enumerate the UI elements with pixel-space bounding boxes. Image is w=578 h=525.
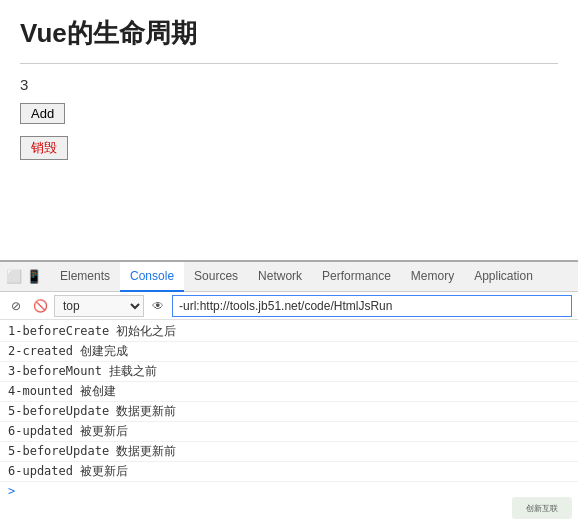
console-line: 2-created 创建完成 <box>0 342 578 362</box>
inspect-icon[interactable]: ⬜ <box>4 267 24 287</box>
devtools-panel: ⬜ 📱 Elements Console Sources Network Per… <box>0 260 578 525</box>
console-line: 1-beforeCreate 初始化之后 <box>0 322 578 342</box>
divider <box>20 63 558 64</box>
counter-value: 3 <box>20 76 558 93</box>
devtools-toolbar-icons: ⬜ 📱 <box>4 267 44 287</box>
tab-console[interactable]: Console <box>120 262 184 292</box>
filter-icon[interactable]: 🚫 <box>30 296 50 316</box>
console-prompt[interactable]: > <box>0 482 578 500</box>
tab-elements[interactable]: Elements <box>50 262 120 292</box>
destroy-button[interactable]: 销毁 <box>20 136 68 160</box>
console-line: 5-beforeUpdate 数据更新前 <box>0 442 578 462</box>
add-button[interactable]: Add <box>20 103 65 124</box>
context-select[interactable]: top <box>54 295 144 317</box>
devtools-tab-bar: ⬜ 📱 Elements Console Sources Network Per… <box>0 262 578 292</box>
tab-sources[interactable]: Sources <box>184 262 248 292</box>
page-title: Vue的生命周期 <box>20 16 558 51</box>
mobile-icon[interactable]: 📱 <box>24 267 44 287</box>
clear-console-icon[interactable]: ⊘ <box>6 296 26 316</box>
console-line: 5-beforeUpdate 数据更新前 <box>0 402 578 422</box>
main-content: Vue的生命周期 3 Add 销毁 <box>0 0 578 260</box>
console-line: 4-mounted 被创建 <box>0 382 578 402</box>
tab-application[interactable]: Application <box>464 262 543 292</box>
console-toolbar: ⊘ 🚫 top 👁 <box>0 292 578 320</box>
watermark: 创新互联 <box>512 497 572 519</box>
tab-performance[interactable]: Performance <box>312 262 401 292</box>
eye-icon[interactable]: 👁 <box>148 296 168 316</box>
console-filter-input[interactable] <box>172 295 572 317</box>
console-line: 3-beforeMount 挂载之前 <box>0 362 578 382</box>
console-line: 6-updated 被更新后 <box>0 462 578 482</box>
console-output: 1-beforeCreate 初始化之后 2-created 创建完成 3-be… <box>0 320 578 525</box>
console-line: 6-updated 被更新后 <box>0 422 578 442</box>
tab-network[interactable]: Network <box>248 262 312 292</box>
watermark-text: 创新互联 <box>526 503 558 514</box>
tab-memory[interactable]: Memory <box>401 262 464 292</box>
